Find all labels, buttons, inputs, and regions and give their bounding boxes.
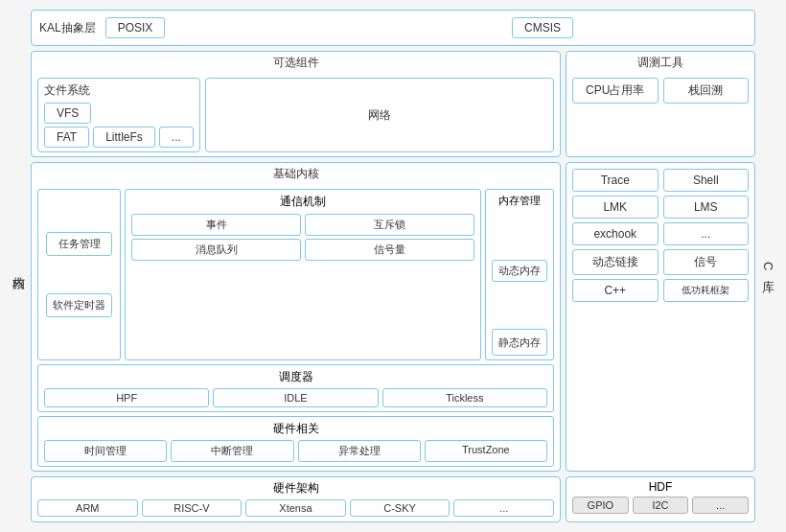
mem-title: 内存管理 xyxy=(498,194,541,208)
semaphore-item: 信号量 xyxy=(305,239,474,261)
kal-layer: KAL抽象层 POSIX CMSIS xyxy=(31,10,755,46)
hardware-related: 硬件相关 时间管理 中断管理 异常处理 TrustZone xyxy=(37,416,554,467)
cpu-usage: CPU占用率 xyxy=(572,78,659,104)
trace-item: Trace xyxy=(572,169,659,192)
network-box: 网络 xyxy=(205,78,554,152)
dynamic-mem: 动态内存 xyxy=(492,260,547,282)
debug-title: 调测工具 xyxy=(566,52,754,74)
time-mgmt: 时间管理 xyxy=(44,440,167,462)
dynlink-item: 动态链接 xyxy=(572,249,659,275)
interrupt-mgmt: 中断管理 xyxy=(171,440,293,462)
kal-title: KAL抽象层 xyxy=(39,20,96,36)
memory-management: 内存管理 动态内存 静态内存 xyxy=(485,189,554,360)
stack-trace: 栈回溯 xyxy=(663,78,750,104)
exception-handling: 异常处理 xyxy=(298,440,421,462)
event-item: 事件 xyxy=(131,214,301,236)
debug-tools: 调测工具 CPU占用率 栈回溯 xyxy=(566,51,755,157)
soft-timer-label: 软件定时器 xyxy=(46,293,112,317)
comm-mechanism: 通信机制 事件 互斥锁 消息队列 信号量 xyxy=(125,189,481,360)
vfs-box: VFS xyxy=(44,103,91,124)
cmsis-box: CMSIS xyxy=(512,17,573,38)
arch-ellipsis: ... xyxy=(453,499,554,517)
hw-architecture: 硬件架构 ARM RISC-V Xtensa C-SKY ... xyxy=(31,476,561,522)
hw-title: 硬件相关 xyxy=(44,421,547,437)
arm-item: ARM xyxy=(37,499,138,517)
kernel-title: 基础内核 xyxy=(32,163,560,185)
comm-title: 通信机制 xyxy=(131,194,474,210)
lms-item: LMS xyxy=(663,196,750,219)
hdf-section: HDF GPIO I2C ... xyxy=(566,476,755,522)
optional-components: 可选组件 文件系统 VFS FAT LittleFs ... 网络 xyxy=(31,51,561,157)
csky-item: C-SKY xyxy=(350,499,451,517)
hdf-ellipsis: ... xyxy=(692,497,749,514)
fat-box: FAT xyxy=(44,127,89,148)
right-debug-panel: Trace Shell LMK LMS exchook ... 动态链接 信号 xyxy=(566,162,755,472)
cpp-item: C++ xyxy=(572,279,659,302)
trustzone: TrustZone xyxy=(425,440,547,462)
filesystem-title: 文件系统 xyxy=(44,82,194,99)
gpio-item: GPIO xyxy=(572,497,629,514)
fs-ellipsis: ... xyxy=(159,127,194,148)
riscv-item: RISC-V xyxy=(142,499,243,517)
lmk-item: LMK xyxy=(572,196,659,219)
xtensa-item: Xtensa xyxy=(245,499,346,517)
mutex-item: 互斥锁 xyxy=(305,214,474,236)
sched-title: 调度器 xyxy=(44,369,547,385)
filesystem-box: 文件系统 VFS FAT LittleFs ... xyxy=(37,78,200,152)
optional-title: 可选组件 xyxy=(32,52,560,74)
static-mem: 静态内存 xyxy=(492,329,547,356)
signal-item: 信号 xyxy=(663,249,750,275)
debug-ellipsis: ... xyxy=(663,222,750,245)
shell-item: Shell xyxy=(663,169,750,192)
tickless-item: Tickless xyxy=(382,388,547,407)
left-label: 内核 xyxy=(6,10,31,522)
exchook-item: exchook xyxy=(572,222,659,245)
msg-queue-item: 消息队列 xyxy=(131,239,301,261)
idle-item: IDLE xyxy=(213,388,378,407)
i2c-item: I2C xyxy=(633,497,689,514)
low-power-item: 低功耗框架 xyxy=(663,279,750,302)
task-mgmt-label: 任务管理 xyxy=(46,232,112,256)
scheduler: 调度器 HPF IDLE Tickless xyxy=(37,364,554,412)
kernel-section: 基础内核 任务管理 软件定时器 通信机制 事件 xyxy=(31,162,561,472)
arch-title: 硬件架构 xyxy=(37,480,554,497)
posix-box: POSIX xyxy=(105,17,166,38)
hdf-title: HDF xyxy=(572,480,749,494)
right-label: C库 xyxy=(755,10,780,522)
task-management: 任务管理 软件定时器 xyxy=(37,189,121,360)
littlefs-box: LittleFs xyxy=(93,127,155,148)
hpf-item: HPF xyxy=(44,388,209,407)
